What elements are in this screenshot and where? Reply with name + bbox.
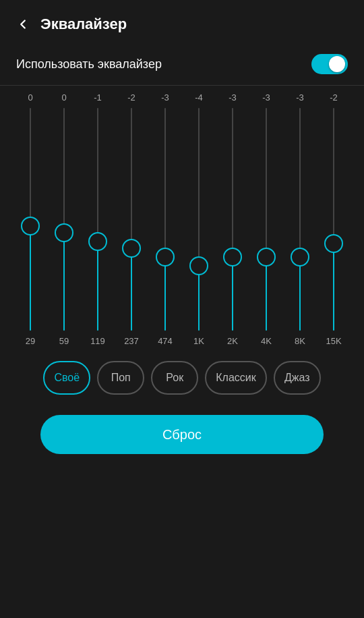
eq-freq-row: 29591192374741K2K4K8K15K (11, 331, 353, 346)
back-button[interactable] (11, 12, 35, 36)
eq-fill-3 (131, 248, 132, 331)
reset-button[interactable]: Сброс (40, 415, 324, 454)
eq-fill-7 (266, 257, 267, 331)
eq-freq-8: 8K (286, 336, 313, 346)
eq-fill-5 (198, 266, 200, 331)
eq-slider-3[interactable] (118, 108, 145, 331)
eq-slider-6[interactable] (219, 108, 246, 331)
eq-fill-6 (232, 257, 233, 331)
eq-knob-0[interactable] (21, 217, 40, 235)
eq-value-5: -4 (185, 92, 212, 103)
eq-value-3: -2 (118, 92, 145, 103)
eq-freq-2: 119 (84, 336, 111, 346)
eq-freq-1: 59 (51, 336, 78, 346)
eq-value-1: 0 (51, 92, 78, 103)
eq-value-0: 0 (17, 92, 44, 103)
eq-value-2: -1 (84, 92, 111, 103)
eq-value-4: -3 (152, 92, 179, 103)
eq-slider-4[interactable] (152, 108, 179, 331)
eq-fill-9 (333, 244, 334, 331)
presets-row: СвоёПопРокКлассикДжаз (0, 346, 364, 395)
eq-freq-7: 4K (253, 336, 280, 346)
eq-value-8: -3 (286, 92, 313, 103)
eq-freq-3: 237 (118, 336, 145, 346)
eq-freq-6: 2K (219, 336, 246, 346)
preset-chip-2[interactable]: Рок (151, 361, 198, 395)
eq-fill-1 (63, 233, 65, 331)
eq-freq-4: 474 (152, 336, 179, 346)
eq-sliders-container (11, 108, 353, 331)
eq-fill-2 (97, 242, 98, 331)
eq-knob-6[interactable] (223, 248, 242, 266)
eq-knob-7[interactable] (257, 248, 276, 266)
eq-knob-5[interactable] (189, 256, 208, 275)
eq-value-7: -3 (253, 92, 280, 103)
eq-slider-7[interactable] (253, 108, 280, 331)
preset-chip-0[interactable]: Своё (43, 361, 90, 395)
equalizer-toggle[interactable] (311, 54, 348, 74)
eq-value-9: -2 (320, 92, 347, 103)
eq-slider-5[interactable] (185, 108, 212, 331)
eq-knob-1[interactable] (55, 223, 73, 242)
eq-knob-8[interactable] (291, 248, 309, 266)
preset-chip-4[interactable]: Джаз (274, 361, 321, 395)
eq-freq-5: 1K (185, 336, 212, 346)
eq-freq-9: 15K (320, 336, 347, 346)
reset-button-wrap: Сброс (0, 395, 364, 454)
toggle-label: Использовать эквалайзер (16, 57, 162, 72)
eq-value-6: -3 (219, 92, 246, 103)
eq-knob-3[interactable] (122, 239, 141, 258)
eq-slider-1[interactable] (51, 108, 78, 331)
equalizer-toggle-row: Использовать эквалайзер (0, 46, 364, 86)
eq-knob-2[interactable] (88, 232, 107, 251)
eq-fill-0 (30, 226, 31, 331)
eq-freq-0: 29 (17, 336, 44, 346)
eq-slider-0[interactable] (17, 108, 44, 331)
preset-chip-1[interactable]: Поп (97, 361, 144, 395)
eq-values-row: 00-1-2-3-4-3-3-3-2 (11, 92, 353, 103)
eq-knob-4[interactable] (156, 248, 175, 266)
eq-slider-9[interactable] (320, 108, 347, 331)
header: Эквалайзер (0, 0, 364, 46)
eq-slider-8[interactable] (286, 108, 313, 331)
preset-chip-3[interactable]: Классик (205, 361, 267, 395)
equalizer-area: 00-1-2-3-4-3-3-3-2 29591192374741K2K4K8K… (0, 86, 364, 346)
eq-knob-9[interactable] (324, 234, 343, 253)
eq-fill-4 (164, 257, 166, 331)
eq-slider-2[interactable] (84, 108, 111, 331)
eq-fill-8 (299, 257, 301, 331)
page-title: Эквалайзер (40, 16, 127, 33)
